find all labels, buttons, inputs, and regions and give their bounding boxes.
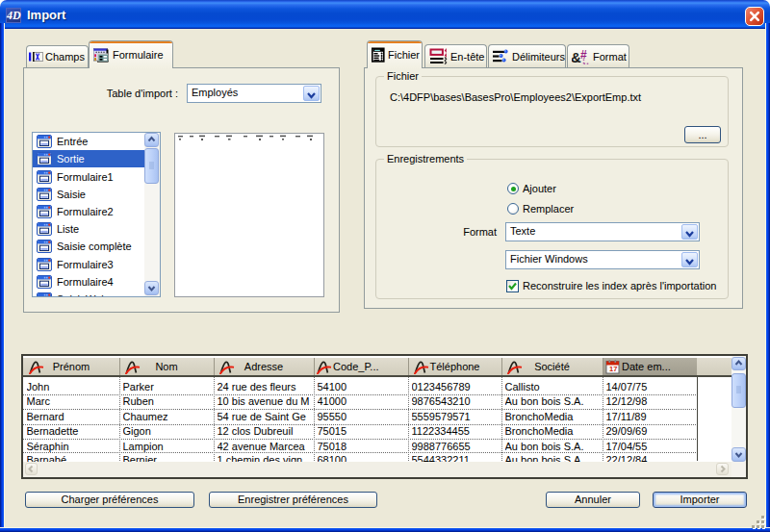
svg-text:17: 17 [609,365,617,373]
